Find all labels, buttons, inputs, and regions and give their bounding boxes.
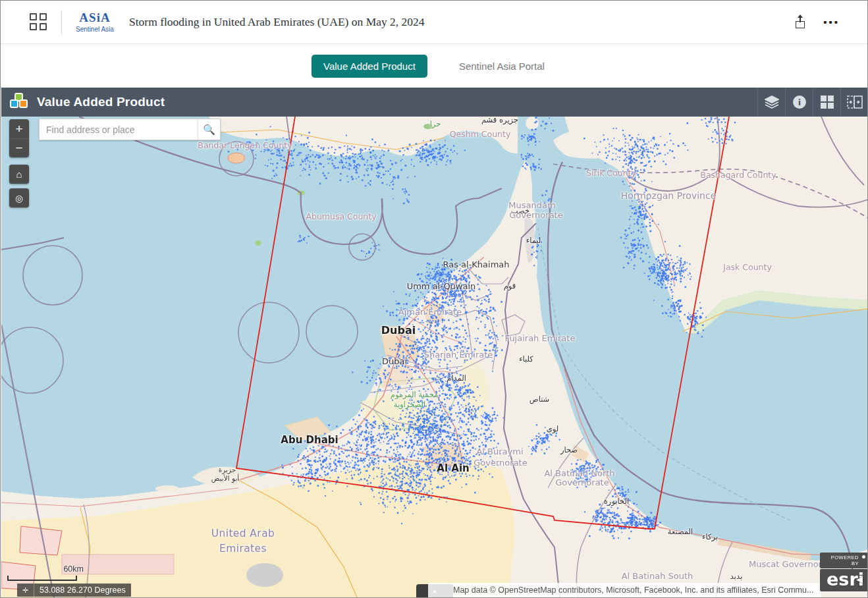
coordinate-readout: ✛ 53.088 26.270 Degrees xyxy=(17,584,131,597)
map-label: قوم xyxy=(504,281,516,290)
map-label: Umm al-Quwain xyxy=(407,281,476,291)
search-icon[interactable]: 🔍 xyxy=(198,119,220,140)
tab-sentinel-asia-portal[interactable]: Sentinel Asia Portal xyxy=(447,55,556,78)
map-label: Dubai xyxy=(382,356,407,366)
map-label: Al Batinah South xyxy=(622,571,693,581)
map-label: United Arab xyxy=(211,528,275,539)
zoom-in-button[interactable]: + xyxy=(9,119,29,138)
ellipsis-icon[interactable]: ••• xyxy=(823,16,840,28)
zoom-out-button[interactable]: − xyxy=(9,138,29,157)
map-label: كلباء xyxy=(519,354,533,364)
home-button[interactable]: ⌂ xyxy=(9,165,29,184)
sentinel-asia-logo-text: Sentinel Asia xyxy=(71,26,119,33)
map-label: Bashagard County xyxy=(700,170,776,180)
map-label: Fujairah Emirate xyxy=(505,333,576,343)
map-title: Value Added Product xyxy=(37,95,165,109)
map-label: محمية المرموم xyxy=(391,390,438,399)
map-label: بركاء xyxy=(702,532,718,541)
view-tabs: Value Added Product Sentinel Asia Portal xyxy=(1,45,867,88)
share-icon[interactable] xyxy=(796,16,806,28)
map-label: Al Buraymi xyxy=(476,447,523,456)
layers-icon[interactable] xyxy=(757,88,785,117)
scale-bar: 60km xyxy=(7,576,77,581)
tab-value-added-product[interactable]: Value Added Product xyxy=(312,55,427,78)
esri-brand: esri ◀ xyxy=(820,569,868,591)
map-label: أبو الأبيض xyxy=(211,474,239,482)
map-label: Al Ain xyxy=(437,462,469,474)
top-bar: ASiA Sentinel Asia Storm flooding in Uni… xyxy=(1,1,867,44)
sentinel-asia-logo-mark: ASiA xyxy=(71,11,119,24)
map-label: Abu Dhabi xyxy=(281,434,338,446)
map-label: بدبد xyxy=(730,572,742,581)
map-label: المدام xyxy=(447,373,466,383)
sentinel-asia-logo[interactable]: ASiA Sentinel Asia xyxy=(71,11,119,33)
search-input[interactable] xyxy=(40,124,198,135)
map-label: الصحراوية xyxy=(394,400,426,409)
info-icon[interactable]: i xyxy=(785,88,813,117)
zoom-control: + − xyxy=(9,119,29,157)
map-label: Bandar Lengeh County xyxy=(198,140,292,150)
map-label: Hormozgan Province xyxy=(621,190,717,201)
page-title: Storm flooding in United Arab Emirates (… xyxy=(129,15,796,29)
app-launcher-icon[interactable] xyxy=(30,13,48,32)
map-label: Ras al-Khaimah xyxy=(443,259,509,269)
map-label: Dubai xyxy=(381,324,416,337)
divider xyxy=(61,10,62,35)
map-label: ليماء xyxy=(526,236,541,245)
map-label: Emirates xyxy=(219,543,267,555)
search-box: 🔍 xyxy=(39,119,221,140)
map-viewport[interactable]: Bandar Lengeh Countyجزیره قشمحراQeshm Co… xyxy=(1,117,868,597)
map-label: Governorate xyxy=(474,458,527,468)
map-label: حرا xyxy=(430,119,441,128)
coordinate-value: 53.088 26.270 Degrees xyxy=(34,585,131,595)
map-label: جزيرة xyxy=(219,466,236,474)
map-label: المصنعة xyxy=(668,527,693,536)
map-label: Ajman Emirate xyxy=(398,307,462,317)
map-label: Sirik County xyxy=(586,168,636,178)
map-label: Jask County xyxy=(723,262,772,272)
swipe-icon[interactable] xyxy=(840,88,868,117)
map-label: Al Batinah North xyxy=(544,468,614,478)
locate-button[interactable]: ◎ xyxy=(9,188,29,207)
scale-label: 60km xyxy=(63,564,84,574)
map-label: Governorate xyxy=(509,210,562,220)
attribution-text: Map data © OpenStreetMap contributors, M… xyxy=(428,583,821,597)
map-label: شناص xyxy=(529,394,550,404)
cursor-icon: ◀ xyxy=(856,569,863,590)
map-label: لوى xyxy=(547,424,558,433)
map-label: Governorate xyxy=(555,477,609,487)
map-label: Abumusa County xyxy=(306,211,376,221)
map-label: جزیره قشم xyxy=(481,117,518,124)
map-label: الخابورة xyxy=(604,497,629,506)
map-label: صحار xyxy=(560,445,578,454)
esri-logo[interactable]: POWERED BY esri ◀ xyxy=(820,553,868,591)
powered-by-label: POWERED BY xyxy=(820,553,868,568)
map-label: Qeshm County xyxy=(450,129,511,139)
vap-cubes-logo xyxy=(9,93,29,111)
app-window: ASiA Sentinel Asia Storm flooding in Uni… xyxy=(0,0,868,598)
svg-text:i: i xyxy=(798,97,800,107)
map-label: Sharjah Emirate xyxy=(424,350,493,360)
basemap-grid-icon[interactable] xyxy=(813,88,840,117)
map-title-bar: Value Added Product i xyxy=(1,88,868,117)
crosshair-icon[interactable]: ✛ xyxy=(17,584,34,597)
